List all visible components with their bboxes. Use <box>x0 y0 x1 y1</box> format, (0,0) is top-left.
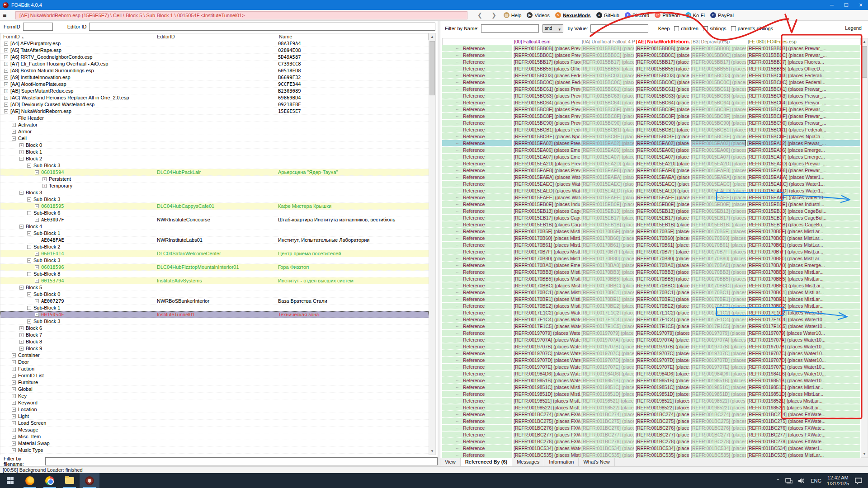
tree-row[interactable]: +Location <box>0 406 429 413</box>
ref-cell[interactable]: [REFR:0015EA02] (places Prewar_... <box>747 140 860 146</box>
ref-cell[interactable]: [REFR:0015EAEE] (places Water10... <box>581 194 634 201</box>
tree-row[interactable]: −Sub-Block 1 <box>0 230 429 237</box>
ref-cell[interactable]: [REFR:0015BC61] (places Prewar_... <box>581 86 634 92</box>
refs-table-row[interactable]: Reference[REFR:00198521] (places MistLar… <box>442 398 861 404</box>
ref-cell[interactable]: [REFR:0019707B] (places Water10... <box>691 343 746 350</box>
ref-cell[interactable]: [REFR:0015BB0B] (places Prewar_... <box>581 45 634 52</box>
ref-cell[interactable]: [REFR:0015BB0B] (places Prewar_... <box>514 45 580 52</box>
ref-cell[interactable]: [REFR:0019707B] (places Water10... <box>747 343 860 350</box>
tree-row[interactable]: +Activator <box>0 122 429 128</box>
ref-cell[interactable]: [REFR:00170BBC] (places MistLar... <box>636 282 689 289</box>
refs-table-row[interactable]: Reference[REFR:0015BC90] (places Prewar_… <box>442 120 861 127</box>
tree-row[interactable]: +Faction <box>0 366 429 372</box>
ref-cell[interactable]: [REFR:0015BCB1] (places Federali... <box>636 127 689 133</box>
ref-cell[interactable]: [REFR:0019851B] (places Water10... <box>514 377 580 384</box>
ref-cell[interactable]: [REFR:00170B61] (places MistLar... <box>514 242 580 248</box>
expand-icon[interactable]: + <box>35 218 39 222</box>
expand-icon[interactable]: + <box>12 435 16 439</box>
ref-cell[interactable]: [REFR:0019851D] (places MistLar... <box>747 391 860 397</box>
ref-cell[interactable]: [REFR:00197079] (places Water10... <box>636 330 689 336</box>
refs-table-row[interactable]: Reference[REFR:0015EAED] (places Water1.… <box>442 188 861 194</box>
tree-row[interactable]: +Keyword <box>0 399 429 406</box>
ref-cell[interactable]: [REFR:0015BC03] (places Federali... <box>747 72 860 79</box>
tree-row[interactable]: +Block 8 <box>0 338 429 345</box>
tab-view[interactable]: View <box>440 458 461 466</box>
ref-cell[interactable]: [REFR:0015EB1B] (places CageBu... <box>691 221 746 228</box>
start-button[interactable] <box>0 473 20 488</box>
expand-icon[interactable]: + <box>4 48 8 52</box>
ref-cell[interactable]: [REFR:001BC274] (places FXWate... <box>747 411 860 418</box>
ref-cell[interactable]: [REFR:00170BB3] (places MistLar... <box>514 269 580 275</box>
tree-row[interactable]: +AE030D7FNWRInstituteConcourseШтаб-кварт… <box>0 216 429 223</box>
ref-cell[interactable]: [REFR:00198522] (places MistLar... <box>747 404 860 411</box>
ref-cell[interactable]: [REFR:0015BC61] (places Prewar_... <box>747 86 860 92</box>
ref-cell[interactable]: [REFR:0015EAEC] (places Water1... <box>514 181 580 187</box>
ref-cell[interactable]: [REFR:0019707A] (places Water10... <box>747 337 860 343</box>
expand-icon[interactable]: + <box>12 408 16 412</box>
ref-cell[interactable]: [REFR:00170B80] (places MistLar... <box>691 255 746 262</box>
ref-cell[interactable]: [REFR:00198522] (places MistLar... <box>581 404 634 411</box>
ref-cell[interactable]: [REFR:00198521] (places MistLar... <box>636 398 689 404</box>
expand-icon[interactable]: + <box>4 55 8 59</box>
ref-cell[interactable]: [REFR:001BC534] (places Water1... <box>514 445 580 451</box>
ref-cell[interactable]: [REFR:00170BC1] (places MistLar... <box>691 289 746 296</box>
ref-cell[interactable]: [REFR:0015BC0C] (places Federal... <box>747 79 860 85</box>
ref-cell[interactable]: [REFR:0019851C] (places MistLar... <box>581 384 634 390</box>
expand-icon[interactable]: + <box>12 353 16 357</box>
ref-cell[interactable]: [REFR:0015BC61] (places Prewar_... <box>514 86 580 92</box>
refs-table-row[interactable]: Reference[REFR:0015EA2D] (places Prewar_… <box>442 160 861 167</box>
refs-table-row[interactable]: Reference[REFR:0015EB1B] (places CageBu.… <box>442 221 861 228</box>
refs-table-row[interactable]: Reference[REFR:001984D6] (places Water10… <box>442 371 861 377</box>
ref-cell[interactable]: [REFR:0019707E] (places Water10... <box>747 364 860 370</box>
ref-cell[interactable]: [REFR:00170B61] (places MistLar... <box>581 242 634 248</box>
ref-cell[interactable]: [REFR:0015EB13] (places CageBul... <box>581 208 634 214</box>
refs-table-row[interactable]: Reference[REFR:0015BCB1] (places Federal… <box>442 127 861 133</box>
ref-cell[interactable]: [REFR:0015EB0E] (places Industri... <box>691 201 746 207</box>
expand-icon[interactable]: + <box>19 143 24 147</box>
ref-cell[interactable]: [REFR:0015BCB1] (places Federali... <box>691 127 746 133</box>
collapse-icon[interactable]: − <box>27 211 31 215</box>
expand-icon[interactable]: + <box>12 401 16 405</box>
refs-table-row[interactable]: Reference[REFR:0019707C] (places Water10… <box>442 350 861 357</box>
ref-cell[interactable]: [REFR:0015BC90] (places Prewar_... <box>636 120 689 126</box>
ref-cell[interactable]: [REFR:0017E1C2] (places Water10... <box>636 310 689 316</box>
ref-cell[interactable]: [REFR:0017E1C5] (places Water10... <box>747 323 860 329</box>
ref-cell[interactable]: [REFR:0015BB0C] (places Prewar_... <box>747 52 860 58</box>
ref-cell[interactable]: [REFR:0015BC90] (places Prewar_... <box>747 120 860 126</box>
refs-table-row[interactable]: Reference[REFR:001BC276] (places FXWate.… <box>442 425 861 432</box>
ref-cell[interactable]: [REFR:001BC277] (places FXWate... <box>581 432 634 438</box>
ref-cell[interactable]: [REFR:0015EA2D] (places Prewar_... <box>581 160 634 167</box>
collapse-icon[interactable]: − <box>35 170 39 174</box>
scroll-up-icon[interactable]: ▲ <box>861 38 868 45</box>
ref-cell[interactable]: [REFR:001BC275] (places FXWate... <box>747 418 860 424</box>
ref-cell[interactable]: [REFR:0015EA02] (places Prewar_... <box>581 140 634 146</box>
tree-row[interactable]: AE04BFAENWRInstituteLabs01Институт, Испы… <box>0 237 429 244</box>
tree-row[interactable]: +Music Type <box>0 447 429 454</box>
ref-cell[interactable]: [REFR:00170B5F] (places MistLar... <box>636 228 689 235</box>
collapse-icon[interactable]: − <box>19 225 24 229</box>
refs-table-row[interactable]: Reference[REFR:0015EAE8] (places Prewar_… <box>442 167 861 174</box>
ref-cell[interactable]: [REFR:00198522] (places MistLar... <box>636 404 689 411</box>
ref-cell[interactable]: [REFR:001BC278] (places FXWate... <box>691 438 746 445</box>
tree-row[interactable]: −Sub-Block 0 <box>0 291 429 298</box>
ref-cell[interactable]: [REFR:0015EAED] (places Water1... <box>514 188 580 194</box>
expand-icon[interactable]: + <box>12 387 16 391</box>
ref-cell[interactable]: [REFR:0017E1C4] (places Water10... <box>514 316 580 323</box>
ref-cell[interactable]: [REFR:0015BC64] (places Prewar_... <box>636 99 689 106</box>
ref-cell[interactable]: [REFR:0015BC0C] (places Federal... <box>581 79 634 85</box>
ref-cell[interactable]: [REFR:0015EB17] (places CageBul... <box>514 215 580 221</box>
ref-cell[interactable]: [REFR:00197079] (places Water10... <box>747 330 860 336</box>
tab-information[interactable]: Information <box>544 458 579 466</box>
ref-cell[interactable]: [REFR:0015BC8E] (places Prewar_... <box>581 106 634 113</box>
expand-icon[interactable]: + <box>4 69 8 73</box>
ref-cell[interactable]: [REFR:0019851D] (places MistLar... <box>636 391 689 397</box>
tree-row[interactable]: +06018596DLC04HubFizztopMountainInterior… <box>0 264 429 271</box>
ref-cell[interactable]: [REFR:0015BB17] (places Fluores... <box>581 59 634 65</box>
ref-cell[interactable]: [REFR:00170BB5] (places MistLar... <box>514 276 580 282</box>
ref-cell[interactable]: [REFR:0019707C] (places Water10... <box>514 350 580 357</box>
ref-cell[interactable]: [REFR:0015EAED] (places Water1... <box>747 188 860 194</box>
ref-cell[interactable]: [REFR:0019851C] (places MistLar... <box>514 384 580 390</box>
tree-row[interactable]: File Header <box>0 115 429 122</box>
ref-cell[interactable]: [REFR:00170BC1] (places MistLar... <box>636 289 689 296</box>
ref-cell[interactable]: [REFR:0015EB13] (places CageBul... <box>514 208 580 214</box>
